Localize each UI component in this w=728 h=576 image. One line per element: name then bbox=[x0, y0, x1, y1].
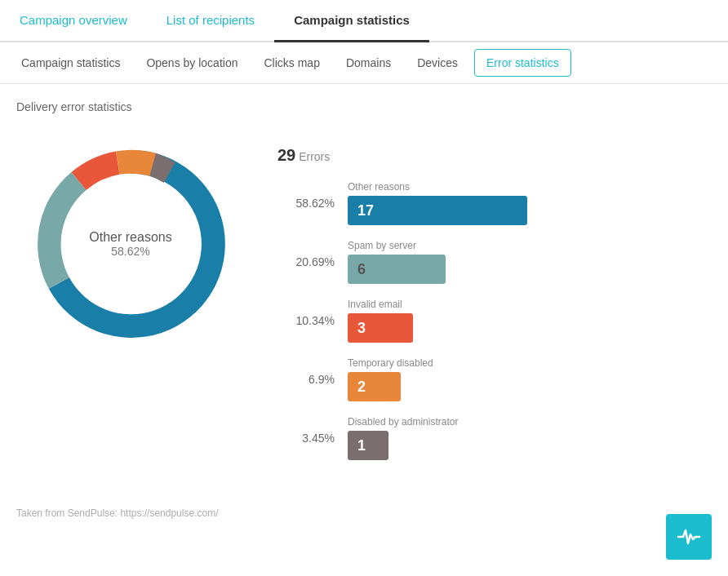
subtab-domains[interactable]: Domains bbox=[333, 45, 404, 82]
footer-text: Taken from SendPulse: https://sendpulse.… bbox=[16, 499, 712, 527]
stat-bar-4: 1 bbox=[348, 431, 388, 460]
stat-bar-wrap-1: 6 bbox=[348, 255, 712, 284]
stat-info-2: Invalid email 3 bbox=[348, 299, 712, 343]
stat-bar-wrap-0: 17 bbox=[348, 196, 712, 225]
stat-label-4: Disabled by administrator bbox=[348, 416, 712, 428]
stat-info-0: Other reasons 17 bbox=[348, 181, 712, 225]
stat-bar-2: 3 bbox=[348, 313, 413, 343]
subtab-opens-location[interactable]: Opens by location bbox=[133, 45, 251, 82]
stat-pct-4: 3.45% bbox=[277, 432, 335, 445]
tab-list-recipients[interactable]: List of recipients bbox=[147, 0, 274, 42]
stat-label-1: Spam by server bbox=[348, 240, 712, 251]
subtab-campaign-stats[interactable]: Campaign statistics bbox=[8, 45, 133, 82]
stat-bar-wrap-4: 1 bbox=[348, 431, 712, 460]
error-count: 29 bbox=[277, 146, 295, 164]
subtab-error-stats[interactable]: Error statistics bbox=[474, 49, 571, 77]
pulse-button[interactable] bbox=[666, 514, 712, 560]
stat-label-0: Other reasons bbox=[348, 181, 712, 193]
sub-tab-bar: Campaign statistics Opens by location Cl… bbox=[0, 42, 728, 84]
stats-panel: 29 Errors 58.62% Other reasons 17 20.69%… bbox=[277, 130, 712, 475]
stat-info-4: Disabled by administrator 1 bbox=[348, 416, 712, 460]
donut-chart: Other reasons 58.62% bbox=[16, 130, 245, 358]
subtab-clicks-map[interactable]: Clicks map bbox=[251, 45, 332, 82]
tab-campaign-statistics[interactable]: Campaign statistics bbox=[274, 0, 429, 42]
stat-row-1: 20.69% Spam by server 6 bbox=[277, 240, 712, 284]
donut-center-pct: 58.62% bbox=[89, 245, 171, 258]
total-errors: 29 Errors bbox=[277, 146, 712, 165]
donut-center-label: Other reasons bbox=[89, 230, 171, 245]
stat-bar-wrap-3: 2 bbox=[348, 372, 712, 401]
pulse-icon bbox=[677, 525, 701, 549]
top-tab-bar: Campaign overview List of recipients Cam… bbox=[0, 0, 728, 42]
stat-pct-1: 20.69% bbox=[277, 255, 335, 268]
stat-row-2: 10.34% Invalid email 3 bbox=[277, 299, 712, 343]
stat-bar-0: 17 bbox=[348, 196, 527, 225]
tab-campaign-overview[interactable]: Campaign overview bbox=[0, 0, 147, 42]
stat-pct-0: 58.62% bbox=[277, 197, 335, 210]
segment-temp-disabled bbox=[116, 150, 156, 176]
stat-label-3: Temporary disabled bbox=[348, 357, 712, 369]
stat-row-3: 6.9% Temporary disabled 2 bbox=[277, 357, 712, 401]
stat-pct-2: 10.34% bbox=[277, 314, 335, 327]
section-title: Delivery error statistics bbox=[16, 100, 712, 113]
error-label: Errors bbox=[299, 150, 330, 163]
chart-stats-row: Other reasons 58.62% 29 Errors 58.62% Ot… bbox=[16, 130, 712, 475]
main-content: Delivery error statistics bbox=[0, 84, 728, 535]
stat-bar-1: 6 bbox=[348, 255, 446, 284]
stat-info-1: Spam by server 6 bbox=[348, 240, 712, 284]
stat-label-2: Invalid email bbox=[348, 299, 712, 310]
stat-bar-wrap-2: 3 bbox=[348, 313, 712, 343]
stat-pct-3: 6.9% bbox=[277, 373, 335, 386]
subtab-devices[interactable]: Devices bbox=[404, 45, 471, 82]
stat-row-4: 3.45% Disabled by administrator 1 bbox=[277, 416, 712, 460]
stat-row-0: 58.62% Other reasons 17 bbox=[277, 181, 712, 225]
stat-bar-3: 2 bbox=[348, 372, 401, 401]
donut-center-text: Other reasons 58.62% bbox=[89, 230, 171, 258]
stat-info-3: Temporary disabled 2 bbox=[348, 357, 712, 401]
